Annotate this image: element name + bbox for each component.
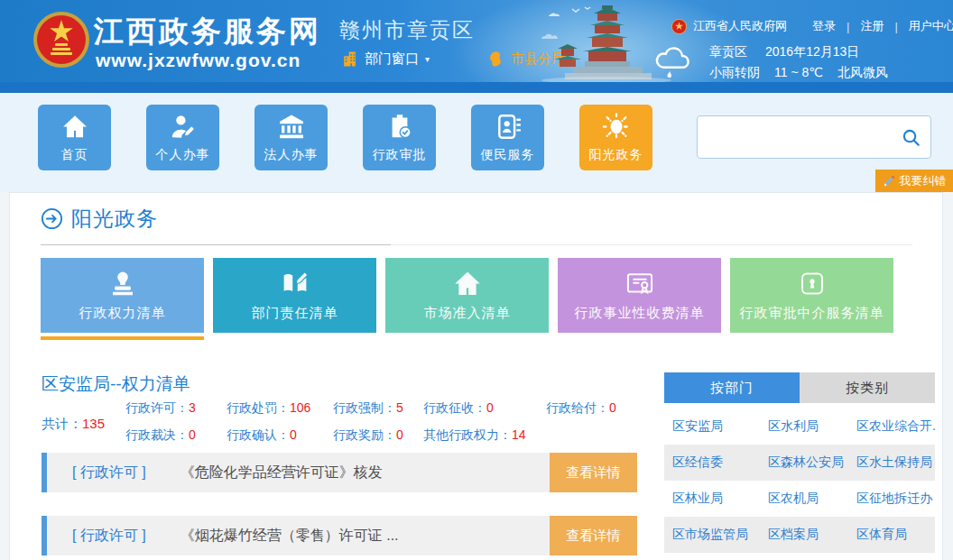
view-details-button[interactable]: 查看详情 [550,516,637,555]
department-link[interactable]: 区农业综合开... [856,418,935,435]
department-link[interactable]: 区安监局 [672,418,768,435]
search-icon[interactable] [901,127,921,148]
view-details-button[interactable]: 查看详情 [550,453,637,492]
nav-item-label: 阳光政务 [589,147,643,163]
stamp-icon [106,269,139,298]
stats-grid: 行政许可：3行政处罚：106行政强制：5行政征收：0行政给付：0行政裁决：0行政… [125,400,681,444]
category-tabs: 行政权力清单 部门责任清单 市场准入清单 行政事业性收费清单 行政审批中介服务清… [41,258,893,333]
sidebar-tab-by-category[interactable]: 按类别 [800,372,935,403]
gov-portal-link[interactable]: 江西省人民政府网 [693,18,787,34]
nav-item-approval[interactable]: 行政审批 [363,105,436,170]
keyhole-icon [796,269,828,298]
login-link[interactable]: 登录 [812,18,836,34]
department-link[interactable]: 区经信委 [672,454,768,471]
department-link[interactable]: 区市场监管局 [672,527,768,543]
department-window-link[interactable]: 部门窗口 ▾ [341,50,430,68]
top-links-row: 江西省人民政府网 登录 | 注册 | 用户中心 [671,18,953,34]
department-link[interactable]: 区征地拆迁办 [856,491,935,507]
weather-date: 2016年12月13日 [765,44,859,60]
nav-item-label: 个人办事 [156,147,210,163]
stat-item: 行政征收：0 [423,400,546,417]
department-row: 区林业局区农机局区征地拆迁办 [664,481,935,517]
power-list: [ 行政许可 ] 《危险化学品经营许可证》核发 查看详情 [ 行政许可 ] 《烟… [42,453,637,560]
idcard-icon [494,113,522,141]
nav-item-label: 行政审批 [373,147,427,163]
sidebar: 按部门按类别 区安监局区水利局区农业综合开...区经信委区森林公安局区水土保持局… [664,372,935,553]
pencil-icon [883,174,896,188]
error-correction-label: 我要纠错 [900,173,947,189]
tab-market-access[interactable]: 市场准入清单 [385,258,549,333]
province-map-icon [487,50,504,68]
national-emblem-icon [32,11,90,69]
stat-item: 行政处罚：106 [227,400,333,417]
department-link[interactable]: 区水利局 [768,418,856,435]
tab-intermediary-list[interactable]: 行政审批中介服务清单 [730,258,893,333]
tab-label: 行政审批中介服务清单 [740,305,884,322]
department-link[interactable]: 区林业局 [672,491,768,507]
nav-item-sunshine[interactable]: 阳光政务 [579,105,652,170]
stat-item: 行政强制：5 [333,400,423,417]
page-header: 江西政务服务网 www.jxzwfww.gov.cn 赣州市章贡区 部门窗口 ▾… [0,0,953,82]
separator: | [847,20,849,33]
error-correction-button[interactable]: 我要纠错 [875,170,953,192]
tab-duty-list[interactable]: 部门责任清单 [213,258,376,333]
nav-item-label: 首页 [61,147,88,163]
stat-item: 行政给付：0 [546,400,681,417]
nav-band: 首页 个人办事 法人办事 行政审批 便民服务 阳光政务 我要纠错 [0,93,953,192]
certificate-icon [624,269,656,298]
tab-label: 市场准入清单 [424,305,511,322]
tab-fee-list[interactable]: 行政事业性收费清单 [558,258,721,333]
sidebar-tabs: 按部门按类别 [664,372,935,403]
search-input[interactable] [707,116,896,158]
department-row: 区市场监管局区档案局区体育局 [664,517,935,553]
weather-line-1: 章贡区 2016年12月13日 [709,44,859,60]
stats-title: 区安监局--权力清单 [42,372,190,396]
stat-item: 行政裁决：0 [125,427,227,444]
weather-wind: 北风微风 [837,65,888,81]
tab-label: 部门责任清单 [252,305,338,322]
nav-item-personal[interactable]: 个人办事 [146,105,219,170]
department-link[interactable]: 区农机局 [768,491,856,507]
site-url: www.jxzwfww.gov.cn [96,50,301,71]
department-row: 区安监局区水利局区农业综合开... [664,409,935,445]
item-title: 《烟花爆竹经营（零售）许可证 ... [180,527,399,546]
department-link[interactable]: 区体育局 [856,527,935,543]
stats-total-label: 共计： [42,416,82,431]
list-item: [ 行政许可 ] 《烟花爆竹经营（零售）许可证 ... 查看详情 [42,516,637,555]
register-link[interactable]: 注册 [860,18,884,34]
user-center-link[interactable]: 用户中心 [909,18,953,34]
book-pencil-icon [279,269,311,298]
building-icon [341,50,358,68]
nav-item-label: 法人办事 [264,147,319,163]
department-window-label: 部门窗口 [365,50,419,68]
weather-condition: 小雨转阴 [709,65,760,81]
main-content: 阳光政务 行政权力清单 部门责任清单 市场准入清单 行政事业性收费清单 行政审批… [9,192,943,560]
separator: | [894,20,897,33]
stat-item: 行政许可：3 [125,400,227,417]
section-divider [41,244,912,245]
item-category: [ 行政许可 ] [72,527,146,546]
tab-label: 行政权力清单 [79,305,166,322]
weather-district: 章贡区 [709,44,747,60]
weather-cloud-icon [652,42,697,80]
nav-item-home[interactable]: 首页 [38,105,111,170]
sun-icon [602,113,630,141]
department-link[interactable]: 区档案局 [768,527,856,543]
sidebar-tab-by-department[interactable]: 按部门 [664,372,800,403]
nav-item-legal[interactable]: 法人办事 [254,105,328,170]
arrow-circle-icon [41,207,63,230]
department-link[interactable]: 区森林公安局 [768,454,856,471]
weather-line-2: 小雨转阴 11 ~ 8℃ 北风微风 [709,65,888,81]
department-link[interactable]: 区水土保持局 [856,454,935,471]
item-category: [ 行政许可 ] [72,464,146,482]
tab-label: 行政事业性收费清单 [575,305,705,322]
item-title: 《危险化学品经营许可证》核发 [180,464,383,482]
nav-item-convenience[interactable]: 便民服务 [471,105,544,170]
tab-power-list[interactable]: 行政权力清单 [41,258,204,333]
site-title: 江西政务服务网 [94,12,321,52]
bank-icon [277,113,305,141]
nav-item-label: 便民服务 [481,147,535,163]
weather-temperature: 11 ~ 8℃ [774,65,823,81]
search-box [697,115,931,159]
person-pencil-icon [169,113,197,141]
